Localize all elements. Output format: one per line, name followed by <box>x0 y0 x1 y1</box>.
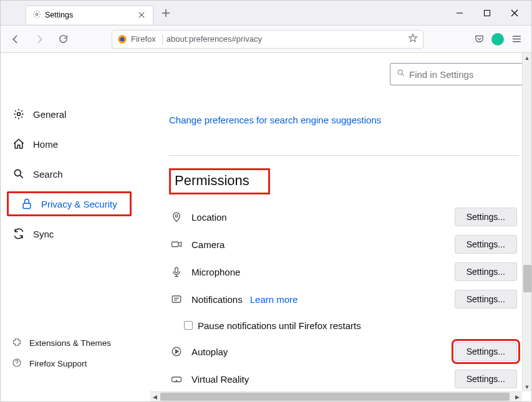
permission-label: Location <box>191 212 227 223</box>
sidebar-footer-label: Firefox Support <box>29 359 87 368</box>
search-icon <box>12 167 26 181</box>
location-settings-button[interactable]: Settings... <box>455 208 517 226</box>
sidebar-footer: Extensions & Themes Firefox Support <box>1 333 111 374</box>
gear-icon <box>32 10 41 21</box>
save-to-pocket-icon[interactable] <box>470 31 488 48</box>
reload-button[interactable] <box>54 31 72 48</box>
bookmark-star-icon[interactable] <box>408 33 418 45</box>
pause-notifications-label: Pause notifications until Firefox restar… <box>198 320 361 331</box>
sidebar-footer-label: Extensions & Themes <box>29 338 111 348</box>
minimize-button[interactable] <box>447 4 473 22</box>
lock-icon <box>20 197 34 211</box>
svg-point-9 <box>175 215 178 218</box>
permission-label: Autoplay <box>191 347 228 357</box>
svg-point-6 <box>14 170 21 176</box>
svg-rect-10 <box>172 242 179 247</box>
sidebar-item-label: Search <box>33 169 63 179</box>
gear-icon <box>12 107 26 121</box>
permission-label: Virtual Reality <box>191 374 249 385</box>
puzzle-icon <box>12 337 22 349</box>
tabs-area: Settings <box>1 1 175 25</box>
separator <box>162 34 163 45</box>
grammarly-extension-icon[interactable] <box>491 33 504 45</box>
browser-tab-active[interactable]: Settings <box>26 6 153 24</box>
scroll-left-arrow[interactable]: ◀ <box>150 392 160 401</box>
scroll-right-arrow[interactable]: ▶ <box>513 392 522 401</box>
sidebar-item-general[interactable]: General <box>1 102 149 127</box>
autoplay-icon <box>169 346 184 357</box>
back-button[interactable] <box>7 31 24 48</box>
svg-rect-7 <box>23 203 31 208</box>
permission-row-camera: Camera Settings... <box>169 231 522 258</box>
close-window-button[interactable] <box>501 4 528 22</box>
window-controls <box>447 4 531 22</box>
sidebar-item-label: Privacy & Security <box>41 199 117 209</box>
navigation-toolbar: Firefox about:preferences#privacy <box>1 26 531 53</box>
scroll-up-arrow[interactable]: ▲ <box>523 53 531 62</box>
location-pin-icon <box>169 211 184 223</box>
maximize-button[interactable] <box>474 4 500 22</box>
svg-point-5 <box>17 113 21 116</box>
sidebar-item-privacy[interactable]: Privacy & Security <box>7 191 132 216</box>
settings-main: Change preferences for search engine sug… <box>149 53 522 391</box>
notification-icon <box>169 294 184 305</box>
sidebar-footer-extensions[interactable]: Extensions & Themes <box>12 333 111 353</box>
svg-rect-11 <box>175 267 178 272</box>
scroll-down-arrow[interactable]: ▼ <box>523 382 531 391</box>
sidebar-item-label: Home <box>33 139 58 150</box>
sidebar-item-label: Sync <box>33 229 54 239</box>
pause-notifications-checkbox[interactable] <box>184 321 193 330</box>
svg-rect-1 <box>485 10 490 16</box>
address-bar[interactable]: Firefox about:preferences#privacy <box>112 30 423 49</box>
sidebar-item-search[interactable]: Search <box>1 161 149 186</box>
identity-label: Firefox <box>131 34 158 44</box>
vertical-scroll-thumb[interactable] <box>523 265 531 292</box>
autoplay-settings-button[interactable]: Settings... <box>455 342 517 361</box>
section-divider <box>169 155 518 156</box>
firefox-logo-icon <box>117 34 127 44</box>
permission-label: Camera <box>191 239 225 250</box>
permissions-heading-highlight: Permissions <box>169 168 270 194</box>
permission-label: Notifications <box>191 294 243 305</box>
notifications-learn-more-link[interactable]: Learn more <box>250 294 298 305</box>
help-icon <box>12 358 22 370</box>
close-tab-icon[interactable] <box>137 10 147 20</box>
permission-label: Microphone <box>191 267 240 277</box>
svg-point-3 <box>120 37 125 41</box>
forward-button[interactable] <box>31 31 48 48</box>
horizontal-scroll-thumb[interactable] <box>160 393 510 401</box>
hamburger-menu-icon[interactable] <box>508 31 525 48</box>
sidebar-footer-support[interactable]: Firefox Support <box>12 353 111 374</box>
permissions-heading: Permissions <box>173 171 257 190</box>
vr-headset-icon <box>169 373 184 385</box>
permission-row-microphone: Microphone Settings... <box>169 258 522 285</box>
page-workspace: General Home Search Privacy & Security S… <box>1 53 531 401</box>
sidebar-item-home[interactable]: Home <box>1 132 149 156</box>
notifications-settings-button[interactable]: Settings... <box>455 290 517 309</box>
toolbar-right <box>470 31 525 48</box>
horizontal-scrollbar[interactable]: ◀ ▶ <box>150 391 522 401</box>
microphone-icon <box>169 266 184 277</box>
pause-notifications-row: Pause notifications until Firefox restar… <box>184 313 522 338</box>
microphone-settings-button[interactable]: Settings... <box>455 262 517 281</box>
permission-row-location: Location Settings... <box>169 203 522 231</box>
permission-row-vr: Virtual Reality Settings... <box>169 365 522 393</box>
permission-row-notifications: Notifications Learn more Settings... <box>169 285 522 313</box>
svg-rect-12 <box>172 296 181 303</box>
home-icon <box>12 137 26 151</box>
vr-settings-button[interactable]: Settings... <box>455 370 517 388</box>
new-tab-button[interactable] <box>157 4 175 22</box>
settings-sidebar: General Home Search Privacy & Security S… <box>1 53 149 391</box>
sync-icon <box>12 227 26 241</box>
search-suggestions-link[interactable]: Change preferences for search engine sug… <box>169 115 381 125</box>
search-suggestions-link-row: Change preferences for search engine sug… <box>169 115 522 125</box>
permissions-list: Location Settings... Camera Settings... … <box>169 203 522 393</box>
vertical-scrollbar[interactable]: ▲ ▼ <box>522 53 531 391</box>
tab-title: Settings <box>45 11 73 19</box>
camera-icon <box>169 239 184 250</box>
sidebar-item-label: General <box>33 109 66 120</box>
sidebar-item-sync[interactable]: Sync <box>1 221 149 246</box>
svg-point-0 <box>36 13 38 16</box>
camera-settings-button[interactable]: Settings... <box>455 235 517 254</box>
url-text: about:preferences#privacy <box>167 34 262 44</box>
